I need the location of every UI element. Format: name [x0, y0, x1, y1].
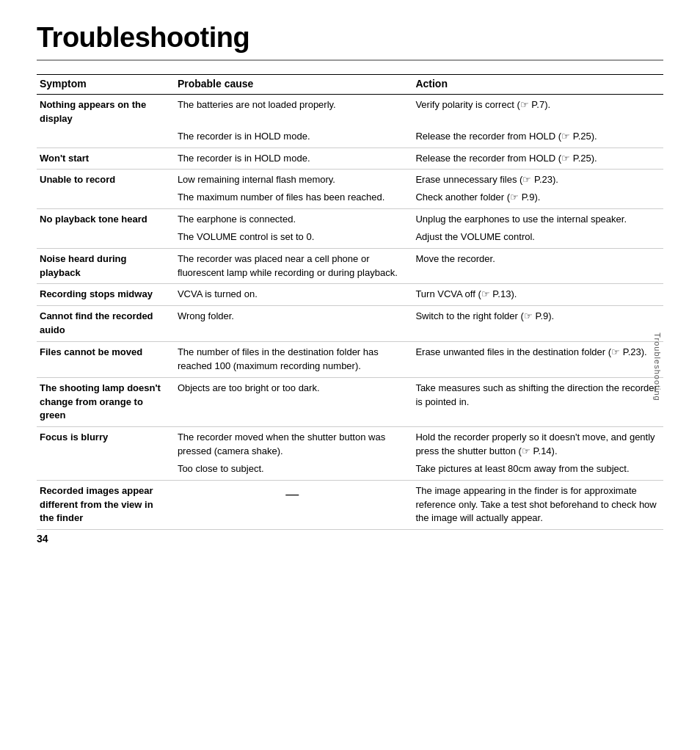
cause-cell: Too close to subject. [175, 462, 413, 480]
symptom-cell: Cannot find the recorded auido [37, 306, 175, 342]
symptom-cell: Won't start [37, 148, 175, 170]
table-row: Cannot find the recorded auidoWrong fold… [37, 306, 663, 342]
symptom-cell: No playback tone heard [37, 209, 175, 230]
table-row: Recorded images appear different from th… [37, 480, 663, 530]
cause-cell: VCVA is turned on. [175, 284, 413, 306]
symptom-cell [37, 191, 175, 208]
action-cell: Take pictures at least 80cm away from th… [412, 462, 663, 480]
cause-cell: — [175, 480, 413, 530]
action-cell: Verify polarity is correct (☞ P.7). [412, 95, 663, 130]
table-row: Too close to subject.Take pictures at le… [37, 462, 663, 480]
table-row: Won't startThe recorder is in HOLD mode.… [37, 148, 663, 170]
cause-cell: The batteries are not loaded properly. [175, 95, 413, 130]
table-row: The shooting lamp doesn't change from or… [37, 377, 663, 427]
symptom-cell: Noise heard during playback [37, 248, 175, 284]
page-number: 34 [37, 533, 48, 545]
side-label: Troubleshooting [652, 332, 661, 401]
symptom-cell: Recorded images appear different from th… [37, 480, 175, 530]
action-cell: Check another folder (☞ P.9). [412, 191, 663, 208]
table-row: Focus is blurryThe recorder moved when t… [37, 427, 663, 462]
cause-cell: Low remaining internal flash memory. [175, 170, 413, 191]
action-cell: Adjust the VOLUME control. [412, 230, 663, 248]
action-cell: Release the recorder from HOLD (☞ P.25). [412, 148, 663, 170]
cause-cell: The recorder moved when the shutter butt… [175, 427, 413, 462]
action-cell: Take measures such as shifting the direc… [412, 377, 663, 427]
action-cell: The image appearing in the finder is for… [412, 480, 663, 530]
cause-cell: Objects are too bright or too dark. [175, 377, 413, 427]
header-symptom: Symptom [37, 75, 175, 95]
cause-cell: The recorder is in HOLD mode. [175, 130, 413, 148]
table-header-row: Symptom Probable cause Action [37, 75, 663, 95]
action-cell: Unplug the earphones to use the internal… [412, 209, 663, 230]
table-row: No playback tone heardThe earphone is co… [37, 209, 663, 230]
action-cell: Switch to the right folder (☞ P.9). [412, 306, 663, 342]
symptom-cell: Unable to record [37, 170, 175, 191]
header-cause: Probable cause [175, 75, 413, 95]
table-row: The recorder is in HOLD mode.Release the… [37, 130, 663, 148]
action-cell: Release the recorder from HOLD (☞ P.25). [412, 130, 663, 148]
action-cell: Move the recorder. [412, 248, 663, 284]
table-row: The maximum number of files has been rea… [37, 191, 663, 208]
symptom-cell: Focus is blurry [37, 427, 175, 462]
header-action: Action [412, 75, 663, 95]
cause-cell: Wrong folder. [175, 306, 413, 342]
symptom-cell: Recording stops midway [37, 284, 175, 306]
cause-cell: The earphone is connected. [175, 209, 413, 230]
table-row: Nothing appears on the displayThe batter… [37, 95, 663, 130]
cause-cell: The maximum number of files has been rea… [175, 191, 413, 208]
symptom-cell: Files cannot be moved [37, 341, 175, 377]
symptom-cell [37, 230, 175, 248]
cause-cell: The recorder was placed near a cell phon… [175, 248, 413, 284]
troubleshooting-table: Symptom Probable cause Action Nothing ap… [37, 74, 663, 530]
table-row: Unable to recordLow remaining internal f… [37, 170, 663, 191]
cause-cell: The number of files in the destination f… [175, 341, 413, 377]
table-row: The VOLUME control is set to 0.Adjust th… [37, 230, 663, 248]
page-title: Troubleshooting [37, 22, 663, 54]
side-label-container: Troubleshooting [679, 147, 700, 587]
symptom-cell: The shooting lamp doesn't change from or… [37, 377, 175, 427]
symptom-cell: Nothing appears on the display [37, 95, 175, 130]
table-row: Noise heard during playbackThe recorder … [37, 248, 663, 284]
page-container: Troubleshooting Symptom Probable cause A… [0, 0, 700, 559]
symptom-cell [37, 462, 175, 480]
table-row: Recording stops midwayVCVA is turned on.… [37, 284, 663, 306]
action-cell: Erase unnecessary files (☞ P.23). [412, 170, 663, 191]
action-cell: Erase unwanted files in the destination … [412, 341, 663, 377]
action-cell: Hold the recorder properly so it doesn't… [412, 427, 663, 462]
table-row: Files cannot be movedThe number of files… [37, 341, 663, 377]
title-rule [37, 59, 663, 61]
symptom-cell [37, 130, 175, 148]
cause-cell: The VOLUME control is set to 0. [175, 230, 413, 248]
cause-cell: The recorder is in HOLD mode. [175, 148, 413, 170]
action-cell: Turn VCVA off (☞ P.13). [412, 284, 663, 306]
